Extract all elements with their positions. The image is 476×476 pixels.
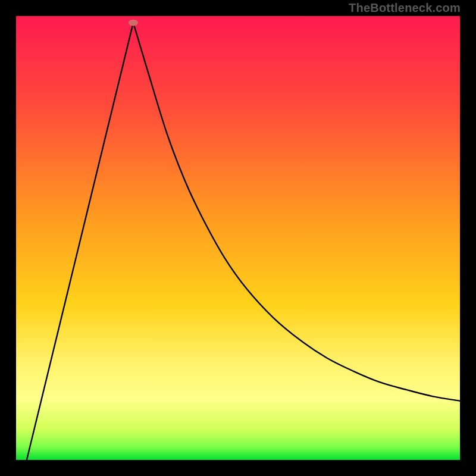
optimum-marker	[129, 20, 138, 26]
gradient-background	[16, 16, 460, 460]
attribution-text: TheBottleneck.com	[349, 1, 461, 15]
chart-frame: { "attribution": "TheBottleneck.com", "c…	[0, 0, 476, 476]
bottleneck-chart	[0, 0, 476, 476]
